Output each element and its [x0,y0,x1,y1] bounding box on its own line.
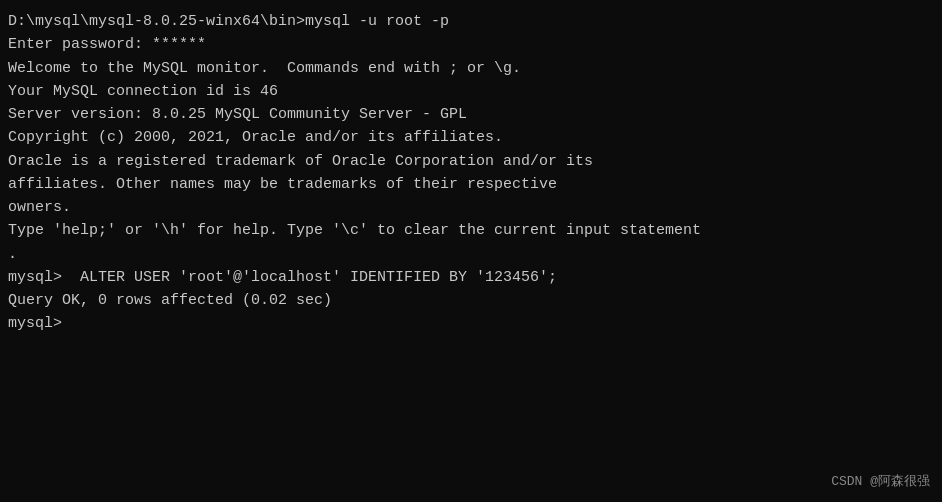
terminal-line: D:\mysql\mysql-8.0.25-winx64\bin>mysql -… [8,10,934,33]
terminal-line: Type 'help;' or '\h' for help. Type '\c'… [8,219,934,242]
terminal-line: owners. [8,196,934,219]
terminal-line: Enter password: ****** [8,33,934,56]
terminal-line: Your MySQL connection id is 46 [8,80,934,103]
terminal-line: mysql> [8,312,934,335]
terminal-line: Oracle is a registered trademark of Orac… [8,150,934,173]
watermark: CSDN @阿森很强 [831,472,930,492]
terminal-line: Server version: 8.0.25 MySQL Community S… [8,103,934,126]
terminal-line: Query OK, 0 rows affected (0.02 sec) [8,289,934,312]
terminal-output: D:\mysql\mysql-8.0.25-winx64\bin>mysql -… [8,10,934,336]
terminal-window: D:\mysql\mysql-8.0.25-winx64\bin>mysql -… [0,0,942,502]
terminal-line: mysql> ALTER USER 'root'@'localhost' IDE… [8,266,934,289]
terminal-line: affiliates. Other names may be trademark… [8,173,934,196]
terminal-line: Welcome to the MySQL monitor. Commands e… [8,57,934,80]
terminal-line: . [8,243,934,266]
terminal-line: Copyright (c) 2000, 2021, Oracle and/or … [8,126,934,149]
